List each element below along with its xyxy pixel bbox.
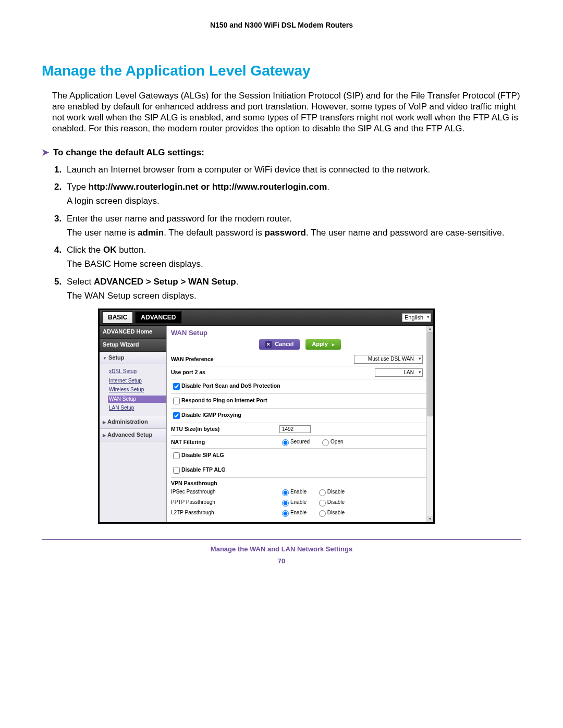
content-pane: WAN Setup ✕Cancel Apply▸ WAN Preference … — [167, 326, 433, 522]
caret-down-icon: ▼ — [103, 356, 107, 361]
radio-pptp-enable[interactable] — [282, 500, 289, 507]
sidebar-advanced-home[interactable]: ADVANCED Home — [100, 326, 166, 339]
radio-ipsec-disable[interactable] — [319, 489, 326, 496]
procedure-arrow-icon: ➤ — [42, 147, 49, 158]
row-wan-preference: WAN Preference Must use DSL WAN — [171, 353, 429, 366]
step-4-text: Click the OK button. — [67, 245, 146, 255]
footer-text: Manage the WAN and LAN Network Settings — [42, 545, 521, 553]
checkbox-respond-ping[interactable] — [173, 398, 180, 404]
step-5-text: Select ADVANCED > Setup > WAN Setup. — [67, 277, 238, 287]
apply-arrow-icon: ▸ — [332, 342, 335, 348]
row-disable-sip: Disable SIP ALG — [171, 449, 429, 463]
row-l2tp: L2TP Passthrough Enable Disable — [171, 508, 429, 518]
radio-pptp-disable[interactable] — [319, 500, 326, 507]
radio-l2tp-enable[interactable] — [282, 510, 289, 517]
step-4: Click the OK button. The BASIC Home scre… — [56, 244, 521, 270]
checkbox-disable-scan[interactable] — [173, 383, 180, 390]
sidebar-item-wan[interactable]: WAN Setup — [108, 396, 166, 403]
ui-page-title: WAN Setup — [171, 329, 429, 337]
label-disable-ftp: Disable FTP ALG — [181, 466, 226, 473]
label-pptp: PPTP Passthrough — [171, 499, 279, 506]
language-select[interactable]: English — [402, 313, 431, 323]
scroll-thumb[interactable] — [427, 332, 433, 416]
label-l2tp: L2TP Passthrough — [171, 510, 279, 516]
tab-basic[interactable]: BASIC — [102, 311, 133, 324]
label-port2: Use port 2 as — [171, 369, 279, 376]
input-mtu[interactable] — [279, 425, 311, 433]
row-nat: NAT Filtering Secured Open — [171, 436, 429, 449]
sidebar-setup-section[interactable]: ▼Setup — [100, 352, 166, 365]
scrollbar[interactable]: ▴ ▾ — [426, 326, 433, 522]
step-5-result: The WAN Setup screen displays. — [67, 290, 521, 301]
step-5: Select ADVANCED > Setup > WAN Setup. The… — [56, 276, 521, 524]
step-4-result: The BASIC Home screen displays. — [67, 258, 521, 269]
label-nat: NAT Filtering — [171, 439, 279, 446]
scroll-down-icon[interactable]: ▾ — [427, 516, 433, 522]
label-disable-scan: Disable Port Scan and DoS Protection — [181, 382, 280, 389]
sidebar-item-xdsl[interactable]: xDSL Setup — [108, 368, 166, 376]
row-mtu: MTU Size(in bytes) — [171, 423, 429, 436]
tab-bar: BASIC ADVANCED English — [100, 310, 433, 326]
step-2: Type http://www.routerlogin.net or http:… — [56, 181, 521, 207]
row-port2: Use port 2 as LAN — [171, 366, 429, 380]
label-mtu: MTU Size(in bytes) — [171, 426, 279, 433]
apply-button[interactable]: Apply▸ — [305, 339, 341, 350]
select-wan-preference[interactable]: Must use DSL WAN — [354, 355, 423, 364]
sidebar-item-wireless[interactable]: Wireless Setup — [108, 386, 166, 394]
vpn-passthrough-group: IPSec Passthrough Enable Disable PPTP Pa… — [171, 487, 429, 518]
sidebar-filler — [100, 441, 166, 522]
row-disable-ftp: Disable FTP ALG — [171, 463, 429, 478]
intro-paragraph: The Application Level Gateways (ALGs) fo… — [42, 90, 521, 134]
step-2-text: Type http://www.routerlogin.net or http:… — [67, 182, 329, 192]
label-respond-ping: Respond to Ping on Internet Port — [181, 397, 267, 403]
row-respond-ping: Respond to Ping on Internet Port — [171, 394, 429, 409]
button-row: ✕Cancel Apply▸ — [171, 339, 429, 350]
radio-nat-open[interactable] — [322, 439, 329, 446]
procedure-heading: ➤ To change the default ALG settings: — [42, 147, 521, 158]
sidebar: ADVANCED Home Setup Wizard ▼Setup xDSL S… — [100, 326, 167, 522]
wan-setup-screenshot: BASIC ADVANCED English ADVANCED Home Set… — [98, 309, 435, 524]
radio-ipsec-enable[interactable] — [282, 489, 289, 496]
step-3-result: The user name is admin. The default pass… — [67, 227, 521, 238]
sidebar-administration-section[interactable]: ▶Administration — [100, 416, 166, 429]
step-1-text: Launch an Internet browser from a comput… — [67, 165, 430, 175]
tab-advanced[interactable]: ADVANCED — [134, 311, 182, 324]
step-3-text: Enter the user name and password for the… — [67, 214, 292, 224]
row-disable-igmp: Disable IGMP Proxying — [171, 409, 429, 423]
sidebar-setup-wizard[interactable]: Setup Wizard — [100, 339, 166, 352]
sidebar-item-internet[interactable]: Internet Setup — [108, 377, 166, 385]
footer-rule — [42, 539, 521, 540]
label-wan-preference: WAN Preference — [171, 356, 279, 363]
scroll-up-icon[interactable]: ▴ — [427, 326, 433, 332]
row-ipsec: IPSec Passthrough Enable Disable — [171, 487, 429, 497]
label-disable-igmp: Disable IGMP Proxying — [181, 412, 241, 418]
checkbox-disable-sip[interactable] — [173, 452, 180, 459]
caret-right-icon: ▶ — [103, 420, 106, 425]
step-2-result: A login screen displays. — [67, 195, 521, 206]
radio-nat-secured[interactable] — [282, 439, 289, 446]
row-disable-scan: Disable Port Scan and DoS Protection — [171, 379, 429, 394]
label-ipsec: IPSec Passthrough — [171, 489, 279, 496]
caret-right-icon: ▶ — [103, 433, 106, 438]
checkbox-disable-ftp[interactable] — [173, 467, 180, 474]
select-port2[interactable]: LAN — [375, 368, 423, 377]
steps-list: Launch an Internet browser from a comput… — [42, 164, 521, 524]
step-1: Launch an Internet browser from a comput… — [56, 164, 521, 175]
sidebar-setup-subitems: xDSL Setup Internet Setup Wireless Setup… — [100, 364, 166, 416]
cancel-button[interactable]: ✕Cancel — [259, 339, 300, 350]
close-icon: ✕ — [265, 341, 272, 348]
sidebar-advanced-setup-section[interactable]: ▶Advanced Setup — [100, 429, 166, 442]
label-disable-sip: Disable SIP ALG — [181, 452, 224, 458]
vpn-heading: VPN Passthrough — [171, 478, 429, 487]
radio-l2tp-disable[interactable] — [319, 510, 326, 517]
section-title: Manage the Application Level Gateway — [42, 61, 521, 80]
row-pptp: PPTP Passthrough Enable Disable — [171, 497, 429, 508]
document-header: N150 and N300 WiFi DSL Modem Routers — [42, 21, 521, 30]
checkbox-disable-igmp[interactable] — [173, 412, 180, 419]
sidebar-item-lan[interactable]: LAN Setup — [108, 404, 166, 412]
step-3: Enter the user name and password for the… — [56, 213, 521, 239]
procedure-heading-text: To change the default ALG settings: — [53, 147, 204, 158]
page-number: 70 — [42, 557, 521, 565]
